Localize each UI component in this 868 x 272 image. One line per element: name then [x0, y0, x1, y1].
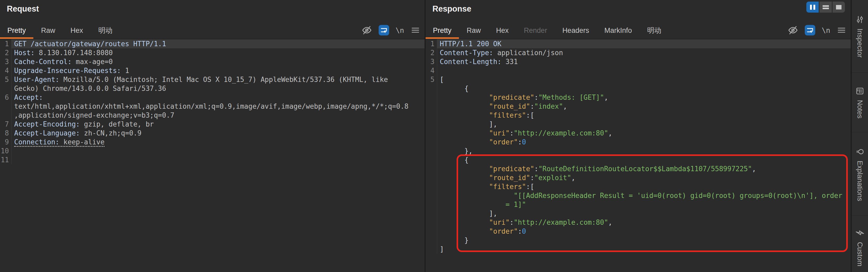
line-number: [426, 138, 437, 147]
code-line: "uri":"http://example.com:80",: [426, 218, 851, 227]
line-number: [426, 173, 437, 182]
request-tabs: PrettyRawHex明动: [7, 26, 113, 35]
code-line: 11: [0, 155, 425, 164]
menu-icon[interactable]: [837, 25, 846, 35]
code-line: 7Accept-Encoding: gzip, deflate, br: [0, 120, 425, 129]
response-tab-Hex[interactable]: Hex: [496, 27, 509, 35]
response-tab-Render[interactable]: Render: [524, 27, 547, 35]
request-editor[interactable]: 1GET /actuator/gateway/routes HTTP/1.12H…: [0, 39, 425, 272]
response-title: Response: [432, 4, 471, 14]
code-line: "predicate":"RouteDefinitionRouteLocator…: [426, 164, 851, 173]
pause-icon[interactable]: [806, 2, 819, 12]
line-number: 5: [426, 75, 437, 84]
request-tab-Hex[interactable]: Hex: [70, 27, 83, 35]
line-number: [426, 93, 437, 102]
line-number: [426, 218, 437, 227]
right-sidebar: Inspector Notes: [852, 0, 868, 272]
sidebar-tab-custom[interactable]: Custom: [852, 216, 868, 272]
line-number: 2: [426, 48, 437, 57]
line-number: [426, 227, 437, 236]
active-tab-underline: [0, 37, 33, 39]
response-header: Response PrettyRawHexRenderHeadersMarkIn…: [426, 0, 851, 39]
code-line: 2Content-Type: application/json: [426, 48, 851, 57]
code-line: "filters":[: [426, 111, 851, 120]
request-title: Request: [7, 4, 39, 14]
line-number: 10: [0, 147, 11, 155]
code-line: 1GET /actuator/gateway/routes HTTP/1.1: [0, 39, 425, 48]
line-number: [426, 155, 437, 164]
sidebar-tab-explanations[interactable]: Explanations: [852, 132, 868, 216]
response-editor[interactable]: 1HTTP/1.1 200 OK2Content-Type: applicati…: [426, 39, 851, 272]
line-number: 6: [0, 93, 11, 102]
line-number: 1: [0, 39, 11, 48]
code-line: 5[: [426, 75, 851, 84]
newline-icon[interactable]: \n: [396, 26, 404, 34]
sidebar-tab-notes[interactable]: Notes: [852, 73, 868, 132]
sliders-icon: [855, 15, 865, 24]
code-line: 4Upgrade-Insecure-Requests: 1: [0, 66, 425, 75]
line-number: [426, 102, 437, 111]
request-header: Request PrettyRawHex明动: [0, 0, 425, 39]
single-pane-icon[interactable]: [833, 2, 845, 12]
line-number: 9: [0, 138, 11, 147]
code-line: {: [426, 84, 851, 93]
code-line: ],: [426, 120, 851, 129]
code-line: "uri":"http://example.com:80",: [426, 129, 851, 138]
hide-eye-icon[interactable]: [787, 25, 799, 36]
code-line: 2Host: 8.130.107.148:8080: [0, 48, 425, 57]
response-tab-明动[interactable]: 明动: [647, 26, 661, 35]
line-number: [426, 111, 437, 120]
line-number: [0, 111, 11, 120]
line-number: [0, 102, 11, 111]
code-line: 4: [426, 66, 851, 75]
response-tab-Pretty[interactable]: Pretty: [433, 27, 452, 35]
request-tab-Raw[interactable]: Raw: [41, 27, 55, 35]
code-line: "predicate":"Methods: [GET]",: [426, 93, 851, 102]
response-tab-Raw[interactable]: Raw: [467, 27, 481, 35]
code-line: "order":0: [426, 138, 851, 147]
response-tab-MarkInfo[interactable]: MarkInfo: [604, 27, 632, 35]
line-number: 3: [426, 57, 437, 66]
rows-layout-icon[interactable]: [819, 2, 832, 12]
line-number: 4: [0, 66, 11, 75]
code-line: 3Content-Length: 331: [426, 57, 851, 66]
code-line: ]: [426, 245, 851, 253]
word-wrap-icon[interactable]: [805, 25, 815, 35]
line-number: 11: [0, 155, 11, 164]
newline-icon[interactable]: \n: [822, 26, 830, 34]
code-line: {: [426, 155, 851, 164]
response-tab-Headers[interactable]: Headers: [562, 27, 589, 35]
line-number: 4: [426, 66, 437, 75]
line-number: 8: [0, 129, 11, 138]
menu-icon[interactable]: [410, 25, 421, 35]
code-line: },: [426, 147, 851, 155]
lightbulb-icon: [855, 147, 865, 156]
request-panel: Request PrettyRawHex明动: [0, 0, 425, 272]
note-icon: [855, 86, 865, 96]
layout-toggle-group: [806, 2, 845, 12]
line-number: [426, 120, 437, 129]
word-wrap-icon[interactable]: [379, 25, 389, 35]
line-number: [426, 164, 437, 173]
request-tab-明动[interactable]: 明动: [98, 26, 113, 35]
line-number: 3: [0, 57, 11, 66]
line-number: [426, 147, 437, 155]
request-tab-Pretty[interactable]: Pretty: [7, 27, 26, 35]
bolt-icon: [855, 228, 865, 238]
line-number: [426, 191, 437, 200]
line-number: 2: [0, 48, 11, 57]
line-number: [426, 182, 437, 191]
response-panel: Response PrettyRawHexRenderHeadersMarkIn…: [426, 0, 851, 272]
code-line: "route_id":"index",: [426, 102, 851, 111]
response-toolbar: \n: [787, 25, 846, 36]
request-toolbar: \n: [361, 25, 421, 36]
line-number: 7: [0, 120, 11, 129]
hide-eye-icon[interactable]: [361, 25, 372, 36]
code-line: = 1]": [426, 200, 851, 209]
code-line: text/html,application/xhtml+xml,applicat…: [0, 102, 425, 111]
code-line: 1HTTP/1.1 200 OK: [426, 39, 851, 48]
code-line: "route_id":"exploit",: [426, 173, 851, 182]
active-tab-underline: [426, 37, 459, 39]
line-number: [426, 200, 437, 209]
sidebar-tab-inspector[interactable]: Inspector: [852, 0, 868, 73]
